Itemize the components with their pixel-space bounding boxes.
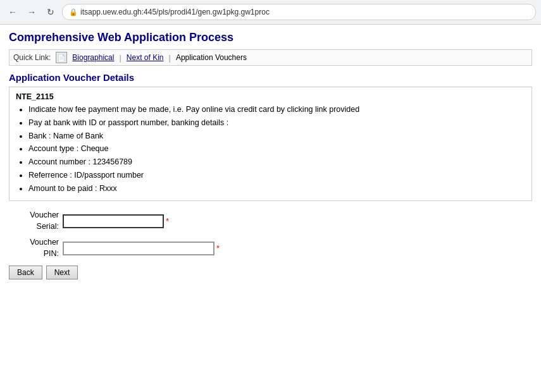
form-area: Voucher Serial: * Voucher PIN: * Back Ne… (9, 210, 532, 279)
browser-chrome: ← → ↻ 🔒 itsapp.uew.edu.gh:445/pls/prodi4… (0, 0, 541, 25)
voucher-pin-row: Voucher PIN: * (9, 237, 532, 259)
voucher-serial-label: Voucher Serial: (9, 210, 63, 232)
info-list: Indicate how fee payment may be made, i.… (28, 104, 525, 194)
quick-link-icon: 📄 (56, 52, 67, 63)
button-row: Back Next (9, 266, 532, 279)
forward-nav-button[interactable]: → (24, 4, 39, 20)
voucher-serial-row: Voucher Serial: * (9, 210, 532, 232)
url-text: itsapp.uew.edu.gh:445/pls/prodi41/gen.gw… (80, 8, 270, 16)
info-box: NTE_2115 Indicate how fee payment may be… (9, 87, 532, 201)
list-item: Account number : 123456789 (28, 156, 525, 168)
list-item: Amount to be paid : Rxxx (28, 183, 525, 195)
list-item: Referrence : ID/passport number (28, 169, 525, 181)
page-content: Comprehensive Web Application Process Qu… (0, 25, 541, 286)
reload-button[interactable]: ↻ (43, 4, 58, 20)
page-title: Comprehensive Web Application Process (9, 31, 532, 44)
quick-link-biographical[interactable]: Biographical (70, 53, 116, 62)
quick-link-label: Quick Link: (13, 53, 51, 62)
info-ref: NTE_2115 (16, 92, 525, 101)
lock-icon: 🔒 (69, 8, 78, 16)
voucher-pin-required: * (216, 243, 220, 253)
quick-link-bar: Quick Link: 📄 Biographical | Next of Kin… (9, 49, 532, 66)
quick-link-application-vouchers[interactable]: Application Vouchers (173, 53, 249, 62)
voucher-pin-label: Voucher PIN: (9, 237, 63, 259)
back-button[interactable]: Back (9, 266, 42, 279)
list-item: Pay at bank with ID or passport number, … (28, 117, 525, 129)
section-title: Application Voucher Details (9, 72, 532, 83)
quick-link-next-of-kin[interactable]: Next of Kin (124, 53, 166, 62)
voucher-serial-input[interactable] (63, 214, 164, 228)
list-item: Indicate how fee payment may be made, i.… (28, 104, 525, 116)
voucher-pin-input[interactable] (63, 242, 215, 255)
back-nav-button[interactable]: ← (5, 4, 20, 20)
list-item: Bank : Name of Bank (28, 130, 525, 142)
list-item: Account type : Cheque (28, 143, 525, 155)
address-bar[interactable]: 🔒 itsapp.uew.edu.gh:445/pls/prodi41/gen.… (62, 4, 536, 20)
voucher-serial-required: * (166, 216, 169, 226)
separator-2: | (169, 53, 171, 63)
next-button[interactable]: Next (46, 266, 78, 279)
separator-1: | (119, 53, 121, 63)
